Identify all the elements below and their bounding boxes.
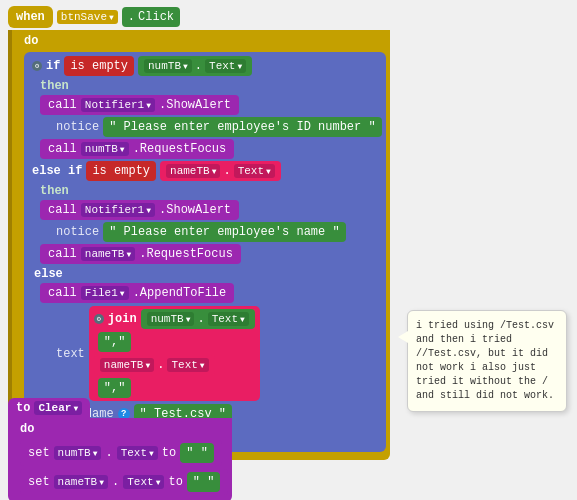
- call-show-alert-row: call Notifier1 ▼ .ShowAlert: [40, 95, 382, 115]
- call-block2: call numTB ▼ .RequestFocus: [40, 139, 234, 159]
- val2-text: " ": [193, 475, 215, 489]
- nametb-block: nameTB ▼ . Text ▼: [160, 161, 281, 181]
- caret: ▼: [183, 62, 188, 71]
- numtb4-dropdown[interactable]: numTB ▼: [54, 446, 102, 460]
- component-name: btnSave: [61, 11, 107, 23]
- then-label1: then: [40, 79, 69, 93]
- call-show-alert2-row: call Notifier1 ▼ .ShowAlert: [40, 200, 382, 220]
- numtb2-dropdown[interactable]: numTB ▼: [81, 142, 129, 156]
- prop-name: Text: [209, 60, 235, 72]
- nametb2-dropdown[interactable]: nameTB ▼: [81, 247, 135, 261]
- text2-dropdown[interactable]: Text ▼: [234, 164, 275, 178]
- clear-proc-name: Clear: [38, 402, 71, 414]
- caret11: ▼: [240, 315, 245, 324]
- val2-block: " ": [187, 472, 221, 492]
- set-row1: set numTB ▼ . Text ▼ to " ": [20, 440, 228, 466]
- comma1-block: ",": [98, 332, 132, 352]
- dropdown-caret: ▼: [109, 13, 114, 22]
- text-join-row: text ⚙ join numTB ▼: [40, 306, 382, 401]
- text4-dropdown[interactable]: Text ▼: [167, 358, 208, 372]
- numtb-dropdown[interactable]: numTB ▼: [144, 59, 192, 73]
- prop3-name: Text: [212, 313, 238, 325]
- when-block: when btnSave ▼ .Click do ⚙ if is empty: [8, 6, 390, 460]
- caret2: ▼: [237, 62, 242, 71]
- text5-dropdown[interactable]: Text ▼: [117, 446, 158, 460]
- text-dropdown[interactable]: Text ▼: [205, 59, 246, 73]
- val1-block: " ": [180, 443, 214, 463]
- call-req-focus2-row: call nameTB ▼ .RequestFocus: [40, 244, 382, 264]
- clear-proc-dropdown[interactable]: Clear ▼: [34, 401, 82, 415]
- nametb3-name: nameTB: [104, 359, 144, 371]
- gear-icon: ⚙: [32, 61, 42, 71]
- join-inner: ⚙ join numTB ▼ .: [94, 309, 255, 329]
- do-label: do: [24, 34, 386, 48]
- nametb3-block: nameTB ▼ . Text ▼: [94, 355, 215, 375]
- call-text2: call: [48, 142, 77, 156]
- set-block1: set numTB ▼ . Text ▼ to " ": [20, 440, 222, 466]
- to-clear-do-label: do: [20, 422, 228, 436]
- file1-dropdown[interactable]: File1 ▼: [81, 286, 129, 300]
- notice2-row: notice " Please enter employee's name ": [40, 222, 382, 242]
- else-if-row: else if is empty nameTB ▼ . Text ▼: [32, 161, 382, 181]
- then-row1: then: [40, 79, 382, 93]
- notice1-label: notice: [56, 120, 99, 134]
- is-empty-text: is empty: [70, 59, 128, 73]
- val1-text: " ": [186, 446, 208, 460]
- caret9: ▼: [120, 289, 125, 298]
- call-block3: call Notifier1 ▼ .ShowAlert: [40, 200, 239, 220]
- then-row2: then: [40, 184, 382, 198]
- is-empty-text2: is empty: [92, 164, 150, 178]
- to6-text: to: [168, 475, 182, 489]
- text6-dropdown[interactable]: Text ▼: [123, 475, 164, 489]
- comma2-text: ",": [104, 381, 126, 395]
- caret15: ▼: [73, 404, 78, 413]
- text3-dropdown[interactable]: Text ▼: [208, 312, 249, 326]
- to5-text: to: [162, 446, 176, 460]
- to-clear-header: to Clear ▼: [8, 398, 90, 418]
- caret19: ▼: [156, 478, 161, 487]
- comma2-block: ",": [98, 378, 132, 398]
- prop2-name: Text: [238, 165, 264, 177]
- is-empty-block: is empty: [64, 56, 134, 76]
- if-keyword: if: [46, 59, 60, 73]
- set2-text: set: [28, 475, 50, 489]
- event-name: Click: [138, 10, 174, 24]
- call-req-focus1-row: call numTB ▼ .RequestFocus: [40, 139, 382, 159]
- then-section1: then call Notifier1 ▼ .ShowAlert: [32, 79, 382, 159]
- nametb4-dropdown[interactable]: nameTB ▼: [54, 475, 108, 489]
- join-block: ⚙ join numTB ▼ .: [89, 306, 260, 401]
- tooltip-note: i tried using /Test.csv and then i tried…: [407, 310, 567, 412]
- text5-name: Text: [121, 447, 147, 459]
- when-label: when: [8, 6, 53, 28]
- nametb-dropdown[interactable]: nameTB ▼: [166, 164, 220, 178]
- then-label2: then: [40, 184, 69, 198]
- caret17: ▼: [149, 449, 154, 458]
- call-block1: call Notifier1 ▼ .ShowAlert: [40, 95, 239, 115]
- caret10: ▼: [186, 315, 191, 324]
- when-row: when btnSave ▼ .Click: [8, 6, 390, 28]
- notice1-string: " Please enter employee's ID number ": [109, 120, 375, 134]
- notifier1-dropdown[interactable]: Notifier1 ▼: [81, 98, 155, 112]
- text6-name: Text: [127, 476, 153, 488]
- tooltip-arrow: [398, 331, 408, 343]
- call-block4: call nameTB ▼ .RequestFocus: [40, 244, 241, 264]
- set-row2: set nameTB ▼ . Text ▼ to " ": [20, 469, 228, 495]
- numtb-block: numTB ▼ . Text ▼: [138, 56, 252, 76]
- join-label: join: [108, 312, 137, 326]
- is-empty-block2: is empty: [86, 161, 156, 181]
- to-clear-body: do set numTB ▼ . Text ▼ to " ": [8, 418, 232, 500]
- show-alert1: .ShowAlert: [159, 98, 231, 112]
- then-section2: then call Notifier1 ▼ .ShowAlert: [32, 184, 382, 264]
- numtb3-dropdown[interactable]: numTB ▼: [147, 312, 195, 326]
- comma1-text: ",": [104, 335, 126, 349]
- notice2-value: " Please enter employee's name ": [103, 222, 345, 242]
- nametb3-dropdown[interactable]: nameTB ▼: [100, 358, 154, 372]
- notifier2-dropdown[interactable]: Notifier1 ▼: [81, 203, 155, 217]
- caret12: ▼: [145, 361, 150, 370]
- call-text3: call: [48, 203, 77, 217]
- join-gear-icon: ⚙: [94, 314, 104, 324]
- notifier2-name: Notifier1: [85, 204, 144, 216]
- if-block: ⚙ if is empty numTB ▼ . Text ▼: [24, 52, 386, 452]
- btnsave-dropdown[interactable]: btnSave ▼: [57, 10, 118, 24]
- nametb-name: nameTB: [170, 165, 210, 177]
